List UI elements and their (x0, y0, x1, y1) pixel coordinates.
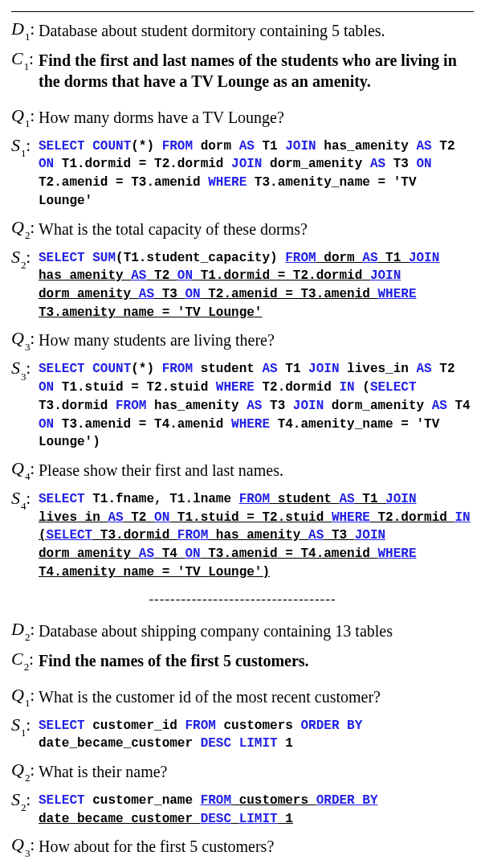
row-s3: S3: SELECT COUNT(*) FROM student AS T1 J… (11, 358, 474, 452)
row-s4: S4: SELECT T1.fname, T1.lname FROM stude… (11, 488, 474, 582)
row-b2s2: S2: SELECT customer_name FROM customers … (11, 789, 474, 828)
label-b2q1: Q1: (11, 685, 39, 708)
row-d2: D2: Database about shipping company cont… (11, 619, 474, 642)
code-b2s2: SELECT customer_name FROM customers ORDE… (39, 789, 474, 828)
label-s1: S1: (11, 135, 39, 158)
label-c2: C2: (11, 649, 39, 672)
row-b2q2: Q2: What is their name? (11, 760, 474, 783)
label-q2: Q2: (11, 217, 39, 240)
label-b2s3: S3: (11, 864, 39, 868)
text-b2q3: How about for the first 5 customers? (39, 834, 474, 857)
code-s4: SELECT T1.fname, T1.lname FROM student A… (39, 488, 474, 582)
row-q3: Q3: How many students are living there? (11, 328, 474, 351)
row-d1: D1: Database about student dormitory con… (11, 18, 474, 42)
text-q3: How many students are living there? (39, 328, 474, 350)
row-b2q1: Q1: What is the customer id of the most … (11, 685, 474, 708)
top-rule (11, 11, 474, 12)
label-b2q3: Q3: (11, 834, 39, 858)
label-s4: S4: (11, 488, 39, 511)
label-b2q2: Q2: (11, 760, 39, 783)
text-q4: Please show their first and last names. (39, 458, 474, 481)
label-q3: Q3: (11, 328, 39, 351)
label-b2s2: S2: (11, 789, 39, 813)
figure-wrap: D1: Database about student dormitory con… (0, 0, 485, 868)
row-b2s1: S1: SELECT customer_id FROM customers OR… (11, 714, 474, 753)
label-s2: S2: (11, 247, 39, 270)
text-b2q1: What is the customer id of the most rece… (39, 685, 474, 707)
row-s1: S1: SELECT COUNT(*) FROM dorm AS T1 JOIN… (11, 135, 474, 211)
label-s3: S3: (11, 358, 39, 381)
row-b2q3: Q3: How about for the first 5 customers? (11, 834, 474, 858)
divider-dashes: ----------------------------------- (11, 592, 474, 608)
code-s2: SELECT SUM(T1.student_capacity) FROM dor… (39, 247, 474, 322)
code-b2s3: SELECT customer_name FROM customers ORDE… (39, 864, 474, 868)
text-c1: Find the first and last names of the stu… (39, 48, 474, 92)
label-d2: D2: (11, 619, 39, 642)
row-c1: C1: Find the first and last names of the… (11, 48, 474, 92)
code-b2s1: SELECT customer_id FROM customers ORDER … (39, 714, 474, 753)
row-q1: Q1: How many dorms have a TV Lounge? (11, 105, 474, 129)
row-c2: C2: Find the names of the first 5 custom… (11, 649, 474, 672)
row-q4: Q4: Please show their first and last nam… (11, 458, 474, 481)
label-d1: D1: (11, 18, 39, 42)
label-q4: Q4: (11, 458, 39, 481)
text-d1: Database about student dormitory contain… (39, 18, 474, 41)
text-q2: What is the total capacity of these dorm… (39, 217, 474, 240)
row-s2: S2: SELECT SUM(T1.student_capacity) FROM… (11, 247, 474, 322)
row-b2s3: S3: SELECT customer_name FROM customers … (11, 864, 474, 868)
label-b2s1: S1: (11, 714, 39, 738)
code-s1: SELECT COUNT(*) FROM dorm AS T1 JOIN has… (39, 135, 474, 211)
text-q1: How many dorms have a TV Lounge? (39, 105, 474, 128)
text-c2: Find the names of the first 5 customers. (39, 649, 474, 671)
label-c1: C1: (11, 48, 39, 72)
label-q1: Q1: (11, 105, 39, 129)
text-d2: Database about shipping company containi… (39, 619, 474, 641)
code-s3: SELECT COUNT(*) FROM student AS T1 JOIN … (39, 358, 474, 452)
text-b2q2: What is their name? (39, 760, 474, 782)
row-q2: Q2: What is the total capacity of these … (11, 217, 474, 240)
